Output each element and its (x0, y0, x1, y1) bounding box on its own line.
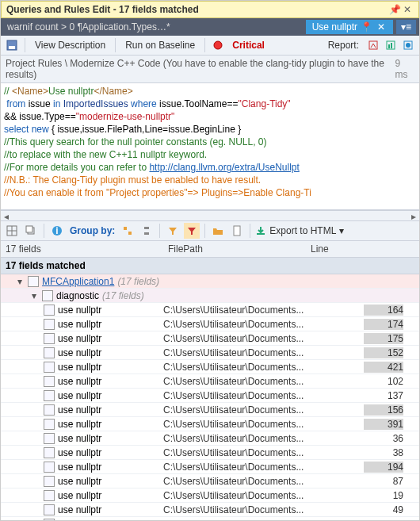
table-row[interactable]: use nullptrC:\Users\Utilisateur\Document… (1, 346, 419, 360)
issue-name: use nullptr (58, 376, 101, 387)
export-html-button[interactable]: Export to HTML ▾ (255, 225, 344, 236)
group-diag-name: diagnostic (56, 290, 99, 301)
filter-icon-2[interactable] (184, 223, 200, 239)
horizontal-scrollbar[interactable]: ◂ ▸ (1, 210, 419, 221)
issue-path: C:\Users\Utilisateur\Documents... (163, 390, 306, 401)
query-timing: 9 ms (395, 58, 414, 80)
tab-close-icon[interactable]: ✕ (376, 21, 387, 33)
issue-name: use nullptr (58, 447, 101, 458)
svg-text:i: i (55, 225, 58, 236)
issue-line: 38 (306, 447, 419, 458)
column-header-filepath[interactable]: FilePath (163, 243, 306, 255)
results-grid[interactable]: ▾ MFCApplication1 (17 fields) ▾ diagnost… (1, 274, 419, 520)
svg-rect-17 (128, 232, 132, 235)
group-row-diagnostic[interactable]: ▾ diagnostic (17 fields) (1, 289, 419, 303)
column-header-row: 17 fields FilePath Line (1, 241, 419, 258)
table-row[interactable]: use nullptrC:\Users\Utilisateur\Document… (1, 331, 419, 346)
issue-name: use nullptr (58, 319, 101, 330)
svg-point-8 (406, 43, 410, 48)
issue-name: use nullptr (58, 476, 101, 487)
svg-rect-1 (9, 46, 15, 49)
report-icon-3[interactable] (400, 37, 416, 53)
issue-icon (44, 433, 55, 444)
table-row[interactable]: use nullptrC:\Users\Utilisateur\Document… (1, 317, 419, 331)
issue-path: C:\Users\Utilisateur\Documents... (163, 476, 306, 487)
issue-path: C:\Users\Utilisateur\Documents... (163, 519, 306, 521)
view-description-button[interactable]: View Description (30, 37, 110, 53)
group-icon-2[interactable] (139, 223, 155, 239)
table-row[interactable]: use nullptrC:\Users\Utilisateur\Document… (1, 360, 419, 374)
scroll-left-icon[interactable]: ◂ (1, 211, 12, 220)
document-icon[interactable] (229, 223, 245, 239)
issue-icon (44, 376, 55, 387)
table-row[interactable]: use nullptrC:\Users\Utilisateur\Document… (1, 403, 419, 417)
issue-icon (44, 419, 55, 430)
issue-path: C:\Users\Utilisateur\Documents... (163, 376, 306, 387)
group-icon-1[interactable] (120, 223, 136, 239)
issue-name: use nullptr (58, 490, 101, 501)
issue-line: 152 (306, 347, 419, 358)
svg-rect-3 (369, 41, 377, 49)
collapse-icon[interactable]: ▾ (29, 290, 39, 301)
copy-icon[interactable] (23, 223, 39, 239)
rule-breadcrumb: Project Rules \ Modernize C++ Code (You … (1, 56, 419, 83)
column-header-line[interactable]: Line (306, 243, 419, 255)
issue-line: 156 (306, 404, 419, 416)
window-title: Queries and Rules Edit - 17 fields match… (6, 4, 388, 15)
issue-icon (44, 333, 55, 344)
critical-icon[interactable] (210, 37, 226, 53)
folder-icon[interactable] (210, 223, 226, 239)
issue-line: 421 (306, 362, 419, 373)
tab-active[interactable]: Use nullptr 📍 ✕ (306, 20, 393, 34)
issue-line: 59 (306, 519, 419, 521)
table-row[interactable]: use nullptrC:\Users\Utilisateur\Document… (1, 460, 419, 474)
issue-icon (44, 447, 55, 458)
table-row[interactable]: use nullptrC:\Users\Utilisateur\Document… (1, 474, 419, 488)
issue-line: 164 (306, 305, 419, 316)
table-row[interactable]: use nullptrC:\Users\Utilisateur\Document… (1, 503, 419, 517)
svg-point-2 (214, 41, 222, 49)
grid-icon[interactable] (4, 223, 20, 239)
match-count-header: 17 fields matched (1, 258, 419, 274)
code-editor[interactable]: // <Name>Use nullptr</Name> from issue i… (1, 83, 419, 210)
results-toolbar: i Group by: Export to HTML ▾ (1, 221, 419, 241)
table-row[interactable]: use nullptrC:\Users\Utilisateur\Document… (1, 374, 419, 389)
table-row[interactable]: use nullptrC:\Users\Utilisateur\Document… (1, 389, 419, 403)
pin-icon[interactable]: 📌 (388, 4, 401, 15)
svg-rect-19 (144, 232, 149, 235)
table-row[interactable]: use nullptrC:\Users\Utilisateur\Document… (1, 488, 419, 503)
save-icon[interactable] (4, 37, 20, 53)
tab-pin-icon[interactable]: 📍 (361, 21, 372, 33)
svg-rect-13 (26, 226, 32, 232)
namespace-icon (42, 290, 53, 301)
group-row-app[interactable]: ▾ MFCApplication1 (17 fields) (1, 274, 419, 289)
svg-rect-18 (144, 227, 149, 229)
critical-label[interactable]: Critical (227, 37, 269, 53)
report-icon-1[interactable] (365, 37, 381, 53)
column-header-fields[interactable]: 17 fields (1, 243, 163, 255)
report-icon-2[interactable] (383, 37, 399, 53)
scroll-right-icon[interactable]: ▸ (408, 211, 419, 220)
issue-icon (44, 347, 55, 358)
tab-menu-button[interactable]: ▾≡ (396, 20, 416, 34)
issue-line: 19 (306, 490, 419, 501)
table-row[interactable]: use nullptrC:\Users\Utilisateur\Document… (1, 303, 419, 317)
export-icon (255, 225, 266, 236)
table-row[interactable]: use nullptrC:\Users\Utilisateur\Document… (1, 431, 419, 446)
svg-rect-21 (257, 233, 265, 235)
svg-rect-6 (391, 43, 392, 48)
info-icon[interactable]: i (49, 223, 65, 239)
group-app-name[interactable]: MFCApplication1 (42, 276, 114, 287)
table-row[interactable]: use nullptrC:\Users\Utilisateur\Document… (1, 517, 419, 520)
issue-name: use nullptr (58, 333, 101, 344)
table-row[interactable]: use nullptrC:\Users\Utilisateur\Document… (1, 446, 419, 460)
issue-icon (44, 362, 55, 373)
close-icon[interactable]: ✕ (401, 4, 414, 15)
issue-path: C:\Users\Utilisateur\Documents... (163, 319, 306, 330)
run-on-baseline-button[interactable]: Run on Baseline (120, 37, 200, 53)
issue-name: use nullptr (58, 362, 101, 373)
table-row[interactable]: use nullptrC:\Users\Utilisateur\Document… (1, 417, 419, 431)
filter-icon-1[interactable] (165, 223, 181, 239)
window-titlebar: Queries and Rules Edit - 17 fields match… (1, 1, 419, 18)
collapse-icon[interactable]: ▾ (15, 276, 25, 287)
